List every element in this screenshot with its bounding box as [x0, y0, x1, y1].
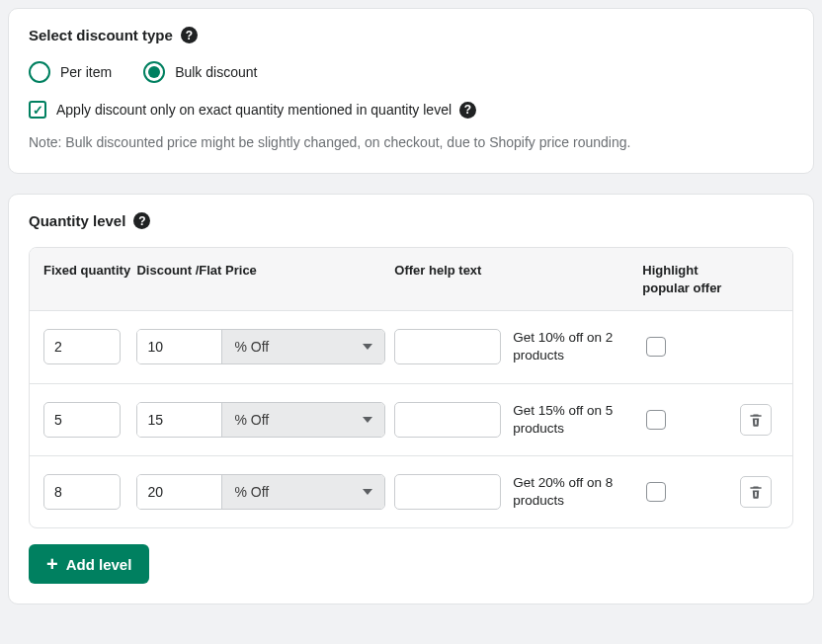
table-header: Fixed quantity Discount /Flat Price Offe… [30, 248, 792, 311]
help-icon[interactable]: ? [181, 27, 198, 43]
plus-icon: + [46, 554, 58, 574]
quantity-level-title-text: Quantity level [29, 212, 125, 229]
discount-unit-label: % Off [234, 484, 269, 500]
quantity-level-title: Quantity level ? [29, 212, 793, 229]
header-fixed-quantity: Fixed quantity [40, 262, 136, 296]
discount-value-input[interactable] [137, 330, 221, 363]
offer-help-input[interactable] [394, 329, 501, 364]
header-offer-help: Offer help text [394, 262, 642, 296]
exact-quantity-label-text: Apply discount only on exact quantity me… [56, 102, 452, 118]
table-row: % OffGet 15% off on 5 products [30, 383, 792, 455]
highlight-offer-checkbox[interactable] [646, 337, 666, 357]
offer-help-preview: Get 20% off on 8 products [513, 474, 631, 510]
discount-unit-label: % Off [234, 412, 269, 428]
chevron-down-icon [363, 417, 372, 423]
discount-value-input[interactable] [137, 475, 221, 509]
table-row: % OffGet 20% off on 8 products [30, 455, 792, 527]
quantity-level-table: Fixed quantity Discount /Flat Price Offe… [29, 247, 793, 528]
discount-unit-select[interactable]: % Off [221, 330, 384, 363]
radio-per-item[interactable]: Per item [29, 61, 112, 83]
offer-help-input[interactable] [394, 402, 501, 438]
help-icon[interactable]: ? [459, 102, 476, 119]
trash-icon [748, 412, 764, 428]
header-discount: Discount /Flat Price [136, 262, 394, 296]
discount-unit-select[interactable]: % Off [221, 403, 384, 437]
discount-value-input[interactable] [137, 403, 221, 437]
discount-unit-label: % Off [234, 339, 269, 355]
chevron-down-icon [363, 489, 372, 495]
quantity-level-card: Quantity level ? Fixed quantity Discount… [8, 194, 814, 604]
discount-type-note: Note: Bulk discounted price might be sli… [29, 132, 793, 153]
delete-row-button[interactable] [740, 404, 772, 436]
discount-input-group: % Off [136, 402, 385, 438]
exact-quantity-label: Apply discount only on exact quantity me… [56, 102, 476, 119]
radio-per-item-label: Per item [60, 64, 112, 80]
table-row: % OffGet 10% off on 2 products [30, 311, 792, 382]
discount-type-card: Select discount type ? Per item Bulk dis… [8, 8, 814, 174]
exact-quantity-checkbox[interactable] [29, 101, 46, 119]
offer-help-preview: Get 10% off on 2 products [513, 329, 631, 364]
fixed-quantity-input[interactable] [43, 402, 121, 438]
discount-input-group: % Off [136, 474, 385, 510]
offer-help-input[interactable] [394, 474, 501, 510]
highlight-offer-checkbox[interactable] [646, 482, 666, 502]
offer-help-preview: Get 15% off on 5 products [513, 402, 631, 438]
header-actions [740, 262, 782, 296]
discount-unit-select[interactable]: % Off [221, 475, 384, 509]
discount-type-title: Select discount type ? [29, 27, 793, 43]
add-level-label: Add level [66, 556, 132, 573]
trash-icon [748, 484, 764, 500]
radio-bulk-discount[interactable]: Bulk discount [143, 61, 257, 83]
fixed-quantity-input[interactable] [43, 474, 121, 510]
add-level-button[interactable]: + Add level [29, 544, 149, 584]
fixed-quantity-input[interactable] [43, 329, 121, 364]
discount-type-radio-group: Per item Bulk discount [29, 61, 793, 83]
discount-input-group: % Off [136, 329, 385, 364]
table-body: % OffGet 10% off on 2 products% OffGet 1… [30, 311, 792, 527]
help-icon[interactable]: ? [133, 212, 150, 229]
delete-row-button[interactable] [740, 476, 772, 508]
exact-quantity-checkbox-row: Apply discount only on exact quantity me… [29, 101, 793, 119]
highlight-offer-checkbox[interactable] [646, 410, 666, 430]
chevron-down-icon [363, 344, 372, 350]
radio-per-item-indicator [29, 61, 50, 83]
header-highlight: Highlight popular offer [642, 262, 739, 296]
radio-bulk-indicator [143, 61, 165, 83]
discount-type-title-text: Select discount type [29, 27, 173, 43]
radio-bulk-label: Bulk discount [175, 64, 257, 80]
